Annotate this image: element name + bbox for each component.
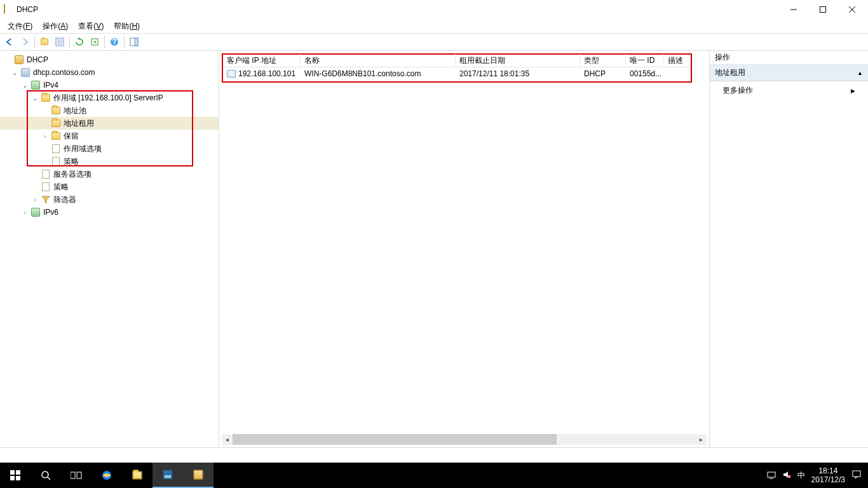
scroll-right-button[interactable]: ► <box>696 434 707 445</box>
svg-rect-19 <box>71 472 75 478</box>
tree-node-policies[interactable]: ▶ 策略 <box>0 155 219 168</box>
dhcp-app-icon <box>4 4 14 15</box>
list-header: 客户端 IP 地址 名称 租用截止日期 类型 唯一 ID 描述 <box>223 55 691 67</box>
action-center-icon[interactable] <box>851 470 862 482</box>
taskbar-app-dhcp[interactable] <box>183 463 214 488</box>
doc-icon <box>41 182 51 192</box>
collapse-icon[interactable]: ▲ <box>857 70 863 76</box>
taskbar-app-ie[interactable] <box>92 463 122 488</box>
tree-node-ipv4[interactable]: ⌄ IPv4 <box>0 79 219 92</box>
clock-time: 18:14 <box>811 466 845 475</box>
tree-label: 作用域 [192.168.100.0] ServerIP <box>53 93 163 104</box>
menu-view[interactable]: 查看(V) <box>73 20 109 33</box>
expander-icon[interactable]: › <box>20 208 29 217</box>
taskbar-app-server-manager[interactable] <box>153 463 183 488</box>
svg-rect-1 <box>820 7 826 13</box>
ime-indicator[interactable]: 中 <box>797 470 805 481</box>
expander-icon[interactable]: ⌄ <box>31 93 39 102</box>
taskbar-app-explorer[interactable] <box>122 463 153 488</box>
back-button[interactable] <box>3 35 17 49</box>
tree-node-scope-options[interactable]: ▶ 作用域选项 <box>0 142 219 155</box>
table-row[interactable]: 192.168.100.101 WIN-G6D6M8NB101.contoso.… <box>223 67 691 80</box>
minimize-button[interactable] <box>779 0 808 19</box>
export-button[interactable] <box>88 35 102 49</box>
tree-label: 策略 <box>53 182 69 193</box>
scroll-left-button[interactable]: ◄ <box>222 434 233 445</box>
column-description[interactable]: 描述 <box>664 54 689 67</box>
window-titlebar: DHCP <box>0 0 868 19</box>
ipv4-icon <box>31 80 41 90</box>
refresh-button[interactable] <box>72 35 86 49</box>
svg-point-17 <box>42 471 48 478</box>
doc-icon <box>51 144 61 154</box>
column-client-ip[interactable]: 客户端 IP 地址 <box>223 54 301 67</box>
action-more-operations[interactable]: 更多操作 ▶ <box>710 81 868 100</box>
tree-label: 筛选器 <box>53 194 76 205</box>
status-bar <box>0 448 868 463</box>
clock[interactable]: 18:14 2017/12/3 <box>811 466 845 485</box>
tree-node-address-leases[interactable]: ▶ 地址租用 <box>0 117 219 130</box>
expander-icon[interactable]: ⌄ <box>10 68 19 77</box>
search-button[interactable] <box>31 463 61 488</box>
cell-lease-expiry: 2017/12/11 18:01:35 <box>456 68 580 79</box>
tree-node-ipv6[interactable]: › IPv6 <box>0 206 219 219</box>
taskbar: 中 18:14 2017/12/3 <box>0 463 868 488</box>
tree-node-dhcp-root[interactable]: ▶ DHCP <box>0 53 219 66</box>
menu-file[interactable]: 文件(F) <box>3 20 37 33</box>
cell-type: DHCP <box>580 68 626 79</box>
column-name[interactable]: 名称 <box>301 54 456 67</box>
cell-unique-id: 00155d... <box>626 68 664 79</box>
column-lease-expiry[interactable]: 租用截止日期 <box>456 54 580 67</box>
forward-button[interactable] <box>18 35 32 49</box>
tree-label: 策略 <box>64 156 79 167</box>
add-item-button[interactable] <box>37 35 51 49</box>
tree-pane[interactable]: ▶ DHCP ⌄ dhcp.contoso.com ⌄ IPv4 ⌄ 作用域 [… <box>0 51 219 447</box>
workspace: ▶ DHCP ⌄ dhcp.contoso.com ⌄ IPv4 ⌄ 作用域 [… <box>0 51 868 448</box>
tree-label: IPv6 <box>43 208 58 217</box>
svg-rect-13 <box>10 470 15 475</box>
doc-icon <box>51 156 61 166</box>
help-button[interactable]: ? <box>107 35 121 49</box>
svg-rect-14 <box>16 470 20 475</box>
column-unique-id[interactable]: 唯一 ID <box>626 54 664 67</box>
tree-node-server[interactable]: ⌄ dhcp.contoso.com <box>0 66 219 79</box>
expander-icon[interactable]: › <box>31 195 39 204</box>
properties-button[interactable] <box>53 35 67 49</box>
horizontal-scrollbar[interactable]: ◄ ► <box>222 434 707 445</box>
show-hide-actionpane-button[interactable] <box>127 35 141 49</box>
tree-label: 地址租用 <box>64 118 94 129</box>
clock-date: 2017/12/3 <box>811 475 845 484</box>
tree-node-address-pool[interactable]: ▶ 地址池 <box>0 104 219 117</box>
start-button[interactable] <box>0 463 31 488</box>
system-tray[interactable]: 中 18:14 2017/12/3 <box>761 466 868 485</box>
column-type[interactable]: 类型 <box>580 54 626 67</box>
menu-action[interactable]: 操作(A) <box>37 20 73 33</box>
svg-rect-20 <box>77 472 81 478</box>
maximize-button[interactable] <box>808 0 837 19</box>
list-view[interactable]: 客户端 IP 地址 名称 租用截止日期 类型 唯一 ID 描述 192.168.… <box>222 53 692 83</box>
tree-node-policies-server[interactable]: ▶ 策略 <box>0 180 219 193</box>
volume-icon[interactable] <box>782 470 791 481</box>
filter-icon <box>41 194 51 205</box>
svg-rect-24 <box>768 472 775 477</box>
expander-icon[interactable]: › <box>41 132 50 140</box>
cell-client-ip: 192.168.100.101 <box>223 68 301 79</box>
tree-node-reservations[interactable]: › 保留 <box>0 130 219 142</box>
folder-icon <box>51 131 61 141</box>
expander-icon[interactable]: ⌄ <box>20 81 29 90</box>
action-section-title[interactable]: 地址租用 ▲ <box>710 65 868 81</box>
tree-node-server-options[interactable]: ▶ 服务器选项 <box>0 168 219 180</box>
menu-help[interactable]: 帮助(H) <box>109 20 145 33</box>
scroll-thumb[interactable] <box>233 434 557 445</box>
task-view-button[interactable] <box>61 463 92 488</box>
tree-label: 地址池 <box>64 105 86 116</box>
cell-name: WIN-G6D6M8NB101.contoso.com <box>301 68 456 79</box>
toolbar-separator <box>124 36 125 48</box>
list-pane: 客户端 IP 地址 名称 租用截止日期 类型 唯一 ID 描述 192.168.… <box>219 51 709 447</box>
network-icon[interactable] <box>767 470 776 481</box>
cell-description <box>664 72 689 75</box>
tree-node-filters[interactable]: › 筛选器 <box>0 193 219 206</box>
tree-node-scope[interactable]: ⌄ 作用域 [192.168.100.0] ServerIP <box>0 92 219 104</box>
tree-label: 服务器选项 <box>53 169 92 180</box>
close-button[interactable] <box>837 0 867 19</box>
